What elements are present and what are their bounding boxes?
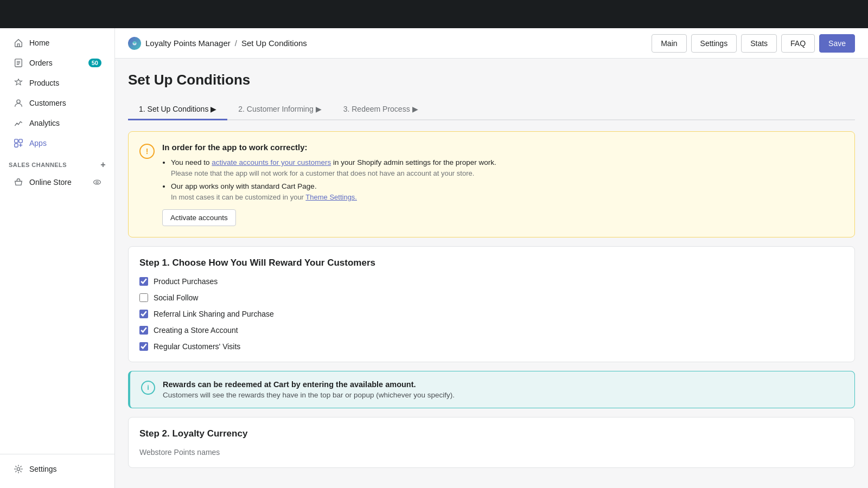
warning-item-2: Our app works only with standard Cart Pa… — [171, 181, 496, 203]
sidebar-item-online-store-label: Online Store — [29, 178, 72, 187]
checkbox-store-account-input[interactable] — [139, 326, 148, 335]
info-text: Customers will see the rewards they have… — [163, 391, 455, 399]
orders-badge: 50 — [88, 59, 101, 67]
checkbox-regular-visits-input[interactable] — [139, 342, 148, 351]
add-sales-channel-icon[interactable]: + — [100, 160, 106, 170]
step2-subtitle: Webstore Points names — [139, 448, 844, 457]
app-header: Loyalty Points Manager / Set Up Conditio… — [115, 28, 868, 59]
svg-rect-4 — [15, 144, 18, 147]
info-icon: i — [141, 381, 155, 395]
breadcrumb: Loyalty Points Manager / Set Up Conditio… — [128, 37, 307, 50]
checkbox-social-follow-label: Social Follow — [154, 293, 198, 302]
activate-accounts-button[interactable]: Activate accounts — [162, 209, 236, 226]
main-content: Loyalty Points Manager / Set Up Conditio… — [115, 28, 868, 488]
page-title: Set Up Conditions — [128, 72, 855, 88]
apps-icon — [13, 138, 24, 149]
sidebar-item-customers[interactable]: Customers — [4, 93, 110, 113]
store-icon — [13, 177, 24, 188]
step2-title: Step 2. Loyalty Currency — [139, 428, 844, 439]
info-title: Rewards can be redeemed at Cart by enter… — [163, 380, 455, 389]
warning-list: You need to activate accounts for your c… — [171, 157, 496, 203]
checkbox-product-purchases[interactable]: Product Purchases — [139, 277, 844, 286]
svg-point-1 — [17, 100, 20, 103]
analytics-icon — [13, 118, 24, 129]
sidebar-item-customers-label: Customers — [29, 99, 66, 107]
save-button[interactable]: Save — [819, 34, 855, 53]
svg-rect-2 — [15, 139, 18, 143]
warning-title: In order for the app to work correctly: — [162, 143, 496, 152]
sidebar-item-orders-label: Orders — [29, 59, 53, 67]
top-bar — [0, 0, 868, 28]
step1-card: Step 1. Choose How You Will Reward Your … — [128, 246, 855, 362]
breadcrumb-separator: / — [235, 38, 237, 48]
app-name: Loyalty Points Manager — [145, 38, 231, 48]
reward-checkbox-list: Product Purchases Social Follow Referral… — [139, 277, 844, 351]
header-actions: Main Settings Stats FAQ Save — [652, 34, 855, 53]
app-logo — [128, 37, 141, 50]
page-tabs: 1. Set Up Conditions ▶ 2. Customer Infor… — [128, 99, 855, 120]
stats-tab-button[interactable]: Stats — [741, 34, 777, 53]
svg-point-6 — [96, 181, 98, 183]
step2-card: Step 2. Loyalty Currency Webstore Points… — [128, 417, 855, 468]
sidebar-item-online-store[interactable]: Online Store — [4, 172, 110, 192]
sales-channels-section: SALES CHANNELS + — [0, 153, 114, 172]
page-body: Set Up Conditions 1. Set Up Conditions ▶… — [115, 59, 868, 488]
warning-item-1-sub: Please note that the app will not work f… — [171, 168, 496, 179]
sales-channels-label: SALES CHANNELS — [9, 162, 67, 168]
sidebar-item-orders[interactable]: Orders 50 — [4, 53, 110, 73]
checkbox-regular-visits-label: Regular Customers' Visits — [154, 342, 240, 351]
sidebar: Home Orders 50 Products Customers — [0, 28, 115, 488]
online-store-eye-icon — [93, 178, 101, 187]
svg-point-5 — [94, 180, 101, 184]
products-icon — [13, 78, 24, 88]
current-page: Set Up Conditions — [241, 38, 307, 48]
svg-point-7 — [17, 467, 20, 470]
customers-icon — [13, 98, 24, 108]
info-box: i Rewards can be redeemed at Cart by ent… — [128, 371, 855, 408]
orders-icon — [13, 57, 24, 68]
svg-rect-3 — [19, 139, 22, 143]
warning-box: ! In order for the app to work correctly… — [128, 131, 855, 237]
sidebar-item-products[interactable]: Products — [4, 73, 110, 93]
sidebar-item-analytics[interactable]: Analytics — [4, 113, 110, 133]
faq-tab-button[interactable]: FAQ — [781, 34, 815, 53]
sidebar-item-products-label: Products — [29, 79, 59, 87]
checkbox-product-purchases-input[interactable] — [139, 277, 148, 286]
tab-customer-informing[interactable]: 2. Customer Informing ▶ — [227, 99, 332, 120]
warning-content: In order for the app to work correctly: … — [162, 143, 496, 226]
checkbox-store-account-label: Creating a Store Account — [154, 326, 238, 335]
checkbox-referral-link[interactable]: Referral Link Sharing and Purchase — [139, 310, 844, 318]
checkbox-social-follow-input[interactable] — [139, 293, 148, 302]
home-icon — [13, 37, 24, 48]
sidebar-item-home-label: Home — [29, 38, 49, 47]
warning-icon: ! — [139, 144, 155, 159]
checkbox-regular-visits[interactable]: Regular Customers' Visits — [139, 342, 844, 351]
sidebar-item-apps[interactable]: Apps — [4, 133, 110, 153]
checkbox-store-account[interactable]: Creating a Store Account — [139, 326, 844, 335]
settings-icon — [13, 464, 24, 474]
activate-accounts-link[interactable]: activate accounts for your customers — [212, 158, 331, 166]
checkbox-social-follow[interactable]: Social Follow — [139, 293, 844, 302]
main-tab-button[interactable]: Main — [652, 34, 686, 53]
warning-item-2-sub: In most cases it can be customized in yo… — [171, 192, 496, 203]
step1-title: Step 1. Choose How You Will Reward Your … — [139, 258, 844, 268]
tab-redeem-process[interactable]: 3. Redeem Process ▶ — [333, 99, 429, 120]
sidebar-item-settings[interactable]: Settings — [4, 459, 110, 479]
warning-item-1: You need to activate accounts for your c… — [171, 157, 496, 179]
sidebar-item-apps-label: Apps — [29, 139, 47, 147]
checkbox-referral-link-label: Referral Link Sharing and Purchase — [154, 310, 274, 318]
info-content: Rewards can be redeemed at Cart by enter… — [163, 380, 455, 399]
tab-set-up-conditions[interactable]: 1. Set Up Conditions ▶ — [128, 99, 227, 120]
settings-tab-button[interactable]: Settings — [691, 34, 737, 53]
sidebar-item-settings-label: Settings — [29, 465, 57, 473]
sidebar-item-home[interactable]: Home — [4, 33, 110, 53]
checkbox-referral-link-input[interactable] — [139, 310, 148, 318]
checkbox-product-purchases-label: Product Purchases — [154, 277, 218, 286]
theme-settings-link[interactable]: Theme Settings. — [305, 193, 357, 201]
sidebar-item-analytics-label: Analytics — [29, 119, 60, 127]
